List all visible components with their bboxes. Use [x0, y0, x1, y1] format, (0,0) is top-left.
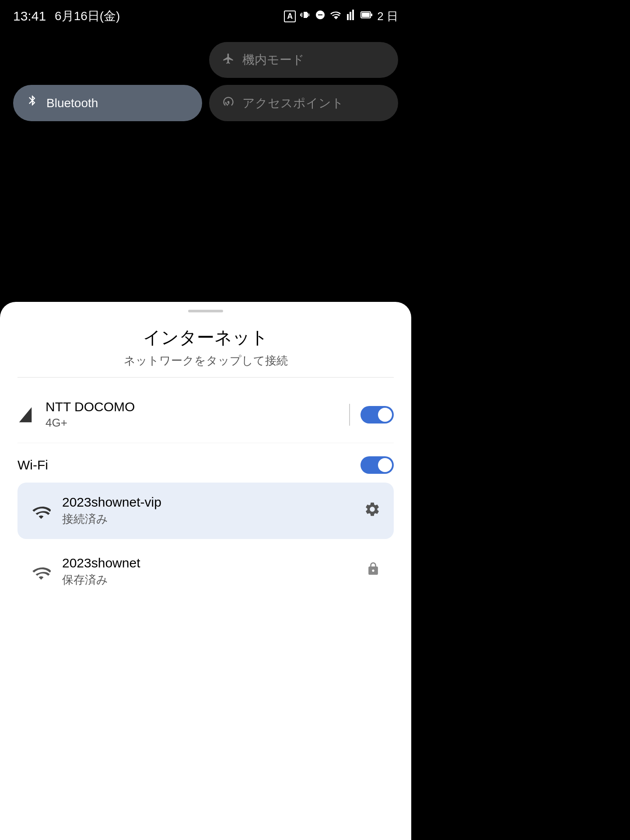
status-left: 13:41 6月16日(金): [13, 8, 120, 24]
mobile-info: NTT DOCOMO 4G+: [46, 399, 339, 430]
dnd-icon: [315, 10, 326, 23]
wifi-settings-icon[interactable]: [364, 501, 381, 521]
bluetooth-icon: [26, 94, 38, 112]
panel-title: インターネット: [0, 317, 411, 353]
internet-panel: インターネット ネットワークをタップして接続 NTT DOCOMO 4G+: [0, 302, 411, 840]
status-date: 6月16日(金): [55, 8, 120, 24]
status-right: A: [284, 9, 398, 24]
airplane-tile[interactable]: 機内モード: [209, 42, 398, 78]
battery-icon: [360, 10, 373, 23]
svg-rect-1: [371, 14, 372, 16]
hotspot-label: アクセスポイント: [242, 95, 344, 112]
wifi-signal-icon-saved: [31, 561, 52, 582]
wifi-status-icon: [330, 10, 342, 23]
toggle-thumb: [378, 408, 392, 422]
airplane-label: 機内モード: [242, 52, 304, 68]
wifi-label: Wi-Fi: [18, 458, 360, 472]
bluetooth-label: Bluetooth: [46, 96, 98, 110]
mobile-toggle[interactable]: [360, 406, 394, 424]
status-bar: 13:41 6月16日(金) A: [0, 0, 411, 29]
battery-days: 2 日: [377, 9, 398, 24]
mobile-network-type: 4G+: [46, 416, 339, 430]
wifi-lock-icon: [366, 562, 381, 582]
mobile-signal-icon: [18, 406, 35, 424]
toggle-thumb-wifi: [378, 458, 392, 472]
airplane-icon: [222, 52, 234, 68]
row-divider: [349, 404, 350, 426]
wifi-toggle[interactable]: [360, 456, 394, 474]
panel-divider: [18, 377, 394, 378]
keyboard-icon: A: [284, 10, 296, 22]
wifi-network-name-saved: 2023shownet: [62, 556, 366, 570]
network-section: NTT DOCOMO 4G+ Wi-Fi 2023shownet-vip: [0, 386, 411, 600]
vibrate-icon: [300, 10, 311, 23]
hotspot-tile[interactable]: アクセスポイント: [209, 85, 398, 121]
wifi-network-status-saved: 保存済み: [62, 572, 366, 588]
wifi-network-item-saved[interactable]: 2023shownet 保存済み: [18, 543, 394, 600]
wifi-header-row: Wi-Fi: [18, 443, 394, 483]
wifi-network-info-connected: 2023shownet-vip 接続済み: [62, 495, 364, 527]
status-time: 13:41: [13, 9, 46, 24]
wifi-network-item-connected[interactable]: 2023shownet-vip 接続済み: [18, 483, 394, 539]
wifi-network-name-connected: 2023shownet-vip: [62, 495, 364, 510]
bluetooth-tile[interactable]: Bluetooth: [13, 85, 202, 121]
signal-status-icon: [346, 10, 356, 23]
hotspot-icon: [222, 95, 234, 111]
wifi-network-info-saved: 2023shownet 保存済み: [62, 556, 366, 588]
svg-marker-3: [19, 407, 32, 422]
panel-subtitle: ネットワークをタップして接続: [0, 353, 411, 377]
wifi-network-status-connected: 接続済み: [62, 511, 364, 527]
quick-settings: Bluetooth 機内モード アクセスポイント: [0, 29, 411, 130]
mobile-network-row[interactable]: NTT DOCOMO 4G+: [18, 386, 394, 443]
panel-handle[interactable]: [188, 310, 223, 312]
mobile-carrier-name: NTT DOCOMO: [46, 399, 339, 414]
svg-rect-2: [362, 13, 370, 17]
wifi-signal-icon-connected: [31, 500, 52, 522]
